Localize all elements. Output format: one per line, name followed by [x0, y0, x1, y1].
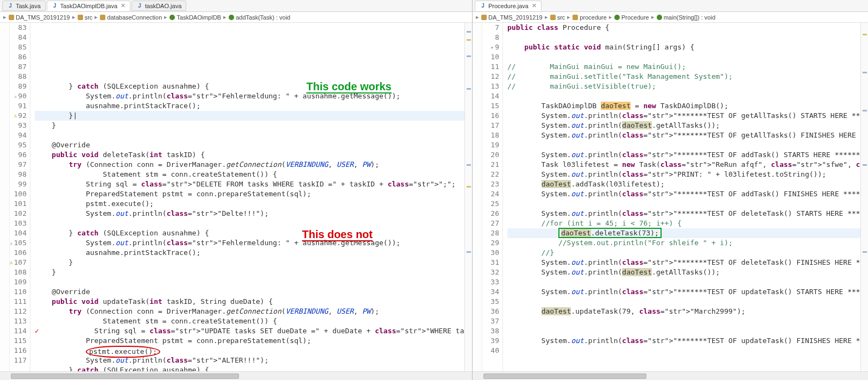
right-code[interactable]: public class Procedure { public static v… — [503, 23, 868, 371]
right-horizontal-scrollbar[interactable] — [473, 371, 868, 380]
left-ruler — [0, 23, 10, 371]
class-icon — [169, 15, 175, 20]
left-breadcrumb[interactable]: ▸ DA_TMS_20191219 ▸ src ▸ databaseConnec… — [0, 12, 472, 23]
java-file-icon: J — [136, 3, 143, 9]
right-ruler — [473, 23, 482, 371]
right-tabbar: JProcedure.java✕ — [473, 0, 868, 12]
project-icon — [481, 15, 487, 20]
right-editor[interactable]: 78▸9101112131415161718192021222324252627… — [473, 23, 868, 371]
tab-label: Procedure.java — [488, 3, 529, 9]
tab-task-java[interactable]: JTask.java — [2, 1, 46, 11]
tab-taskdaoimpldb-java[interactable]: JTaskDAOimplDB.java✕ — [47, 1, 130, 11]
breadcrumb-item[interactable]: DA_TMS_20191219 — [16, 14, 70, 21]
right-breadcrumb[interactable]: ▸ DA_TMS_20191219 ▸ src ▸ procedure ▸ Pr… — [473, 12, 868, 23]
breadcrumb-item[interactable]: addTask(Task) : void — [236, 14, 290, 21]
right-gutter: 78▸9101112131415161718192021222324252627… — [482, 23, 503, 371]
method-icon — [657, 15, 662, 20]
scrollbar-thumb[interactable] — [11, 373, 239, 379]
right-overview-ruler[interactable] — [860, 23, 868, 371]
tab-label: taskDAO.java — [145, 3, 181, 9]
folder-icon — [550, 15, 556, 20]
chevron-right-icon: ▸ — [3, 14, 7, 21]
scrollbar-thumb[interactable] — [483, 373, 646, 379]
breadcrumb-item[interactable]: src — [85, 14, 93, 21]
left-code[interactable]: } catch (SQLException ausnahme) { System… — [30, 23, 472, 371]
breadcrumb-item[interactable]: databaseConnection — [107, 14, 162, 21]
class-icon — [614, 15, 620, 20]
package-icon — [100, 15, 105, 20]
left-gutter: 83848586878889▵9091⚠92939495969798991001… — [10, 23, 30, 371]
close-icon[interactable]: ✕ — [121, 2, 125, 9]
tab-label: Task.java — [16, 3, 41, 9]
breadcrumb-item[interactable]: DA_TMS_20191219 — [488, 14, 543, 21]
java-file-icon: J — [52, 3, 58, 9]
method-icon — [229, 15, 234, 20]
left-editor[interactable]: 83848586878889▵9091⚠92939495969798991001… — [0, 23, 472, 371]
java-file-icon: J — [7, 3, 14, 9]
project-icon — [9, 15, 14, 20]
red-annotation-brace — [30, 179, 32, 277]
java-file-icon: J — [480, 3, 486, 9]
breadcrumb-item[interactable]: Procedure — [621, 14, 649, 21]
folder-icon — [78, 15, 83, 20]
left-horizontal-scrollbar[interactable] — [0, 371, 472, 380]
chevron-right-icon: ▸ — [476, 14, 479, 21]
tab-procedure-java[interactable]: JProcedure.java✕ — [475, 1, 542, 11]
breadcrumb-item[interactable]: main(String[]) : void — [664, 14, 715, 21]
left-overview-ruler[interactable] — [464, 23, 472, 371]
package-icon — [573, 15, 578, 20]
breadcrumb-item[interactable]: src — [557, 14, 565, 21]
tab-label: TaskDAOimplDB.java — [60, 3, 117, 9]
tab-taskdao-java[interactable]: JtaskDAO.java — [131, 1, 186, 11]
left-tabbar: JTask.java JTaskDAOimplDB.java✕ JtaskDAO… — [0, 0, 472, 12]
breadcrumb-item[interactable]: procedure — [580, 14, 607, 21]
annotation-works: This code works — [306, 82, 392, 91]
annotation-not: This does not — [302, 229, 373, 239]
close-icon[interactable]: ✕ — [532, 2, 537, 9]
green-annotation-brace — [30, 37, 32, 140]
breadcrumb-item[interactable]: TaskDAOimplDB — [177, 14, 221, 21]
